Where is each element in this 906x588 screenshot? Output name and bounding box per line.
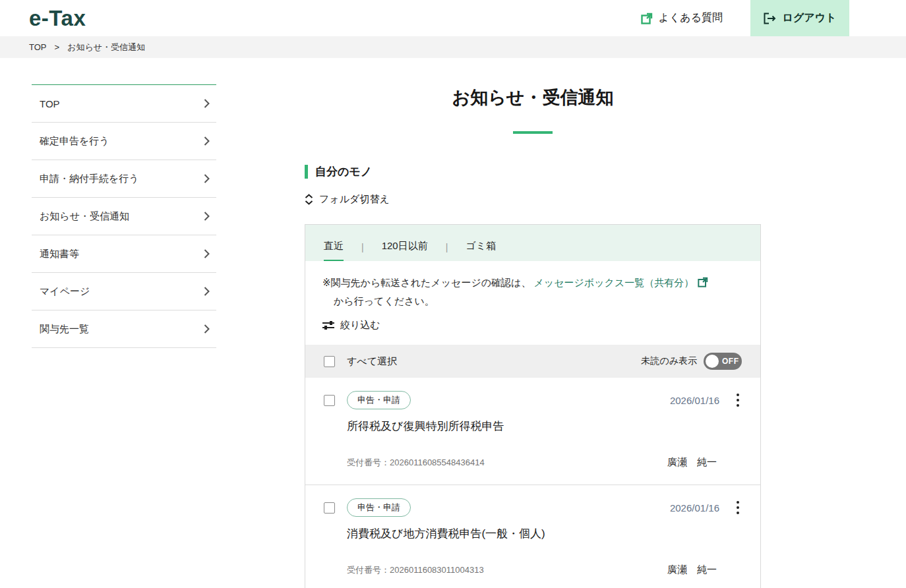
header-actions: よくある質問 ログアウト (641, 0, 906, 36)
message-checkbox[interactable] (324, 395, 335, 406)
note-suffix: から行ってください。 (322, 292, 743, 310)
sidebar-item-kanyosaki[interactable]: 関与先一覧 (32, 310, 216, 348)
logout-button[interactable]: ログアウト (750, 0, 849, 36)
kebab-menu-button[interactable] (734, 392, 742, 408)
sidebar-item-mypage[interactable]: マイページ (32, 273, 216, 310)
sidebar-item-label: TOP (40, 98, 60, 109)
folder-switch-label: フォルダ切替え (319, 193, 390, 206)
sidebar-item-label: 通知書等 (40, 248, 79, 260)
breadcrumb: TOP > お知らせ・受信通知 (0, 36, 906, 58)
sender-name: 廣瀬 純一 (667, 564, 717, 576)
message-checkbox[interactable] (324, 502, 335, 514)
toggle-state-label: OFF (722, 357, 739, 366)
sender-name: 廣瀬 純一 (667, 456, 717, 469)
chevron-right-icon (204, 136, 210, 146)
message-item: 申告・申請 2026/01/16 消費税及び地方消費税申告(一般・個人) 受付番… (305, 485, 760, 588)
breadcrumb-current: お知らせ・受信通知 (67, 42, 145, 53)
section-title: 自分のモノ (315, 164, 372, 179)
message-header-row: 申告・申請 2026/01/16 (324, 391, 742, 409)
page-title: お知らせ・受信通知 (305, 86, 761, 109)
select-all-label: すべて選択 (347, 355, 397, 368)
receipt-number: 受付番号：20260116083011004313 (347, 564, 484, 576)
breadcrumb-separator: > (55, 42, 60, 52)
swap-vertical-icon (305, 194, 313, 205)
select-all-checkbox[interactable] (324, 356, 335, 367)
sidebar-item-label: 確定申告を行う (40, 135, 109, 148)
receipt-number: 受付番号：20260116085548436414 (347, 457, 485, 469)
logout-label: ログアウト (783, 11, 837, 25)
sidebar-item-label: 関与先一覧 (40, 323, 89, 336)
tab-recent[interactable]: 直近 (324, 240, 344, 261)
faq-label: よくある質問 (659, 11, 723, 25)
chevron-right-icon (204, 287, 210, 296)
faq-link[interactable]: よくある質問 (641, 0, 723, 36)
note-prefix: ※関与先から転送されたメッセージの確認は、 (322, 277, 531, 288)
note-block: ※関与先から転送されたメッセージの確認は、メッセージボックス一覧（共有分） から… (305, 261, 760, 345)
note-line: ※関与先から転送されたメッセージの確認は、メッセージボックス一覧（共有分） (322, 274, 743, 292)
message-title[interactable]: 所得税及び復興特別所得税申告 (347, 419, 742, 434)
filter-label: 絞り込む (340, 319, 380, 332)
message-category-badge: 申告・申請 (347, 391, 411, 409)
message-date: 2026/01/16 (670, 502, 719, 514)
folder-switch-button[interactable]: フォルダ切替え (305, 193, 761, 206)
sidebar-item-top[interactable]: TOP (32, 85, 216, 123)
filter-button[interactable]: 絞り込む (322, 319, 743, 332)
tab-separator: | (361, 242, 364, 261)
sidebar-item-oshirase[interactable]: お知らせ・受信通知 (32, 198, 216, 235)
external-link-icon (641, 13, 653, 24)
message-item: 申告・申請 2026/01/16 所得税及び復興特別所得税申告 受付番号：202… (305, 378, 760, 485)
tab-trash[interactable]: ゴミ箱 (466, 240, 496, 261)
message-header-row: 申告・申請 2026/01/16 (324, 498, 742, 517)
tab-separator: | (446, 242, 448, 261)
unread-filter: 未読のみ表示 OFF (641, 353, 742, 370)
message-category-badge: 申告・申請 (347, 498, 411, 517)
title-accent-bar (513, 131, 553, 134)
page-content: TOP 確定申告を行う 申請・納付手続を行う お知らせ・受信通知 通知書等 マイ… (0, 58, 906, 588)
message-date: 2026/01/16 (670, 395, 719, 406)
sidebar-item-label: マイページ (40, 285, 90, 298)
message-box-shared-link[interactable]: メッセージボックス一覧（共有分） (533, 277, 694, 288)
sidebar-item-shinsei-nofu[interactable]: 申請・納付手続を行う (32, 160, 216, 198)
chevron-right-icon (204, 324, 210, 334)
sidebar-item-label: お知らせ・受信通知 (40, 210, 129, 223)
app-header: e-Tax よくある質問 ログアウト (0, 0, 906, 36)
sidebar-item-kakutei-shinkoku[interactable]: 確定申告を行う (32, 123, 216, 160)
message-meta-row: 受付番号：20260116083011004313 廣瀬 純一 (324, 564, 742, 576)
main-content: お知らせ・受信通知 自分のモノ フォルダ切替え 直近 | 120日以前 | ゴミ… (305, 58, 761, 588)
sidebar-item-tsuchisho[interactable]: 通知書等 (32, 235, 216, 273)
filter-sliders-icon (322, 320, 334, 330)
chevron-right-icon (204, 174, 210, 183)
breadcrumb-home[interactable]: TOP (29, 42, 47, 52)
message-meta-row: 受付番号：20260116085548436414 廣瀬 純一 (324, 456, 742, 469)
select-all-row: すべて選択 未読のみ表示 OFF (305, 345, 760, 378)
tab-bar: 直近 | 120日以前 | ゴミ箱 (305, 225, 760, 261)
unread-only-label: 未読のみ表示 (641, 355, 697, 367)
sidebar-item-label: 申請・納付手続を行う (40, 173, 139, 185)
sidebar-nav: TOP 確定申告を行う 申請・納付手続を行う お知らせ・受信通知 通知書等 マイ… (32, 84, 216, 348)
message-title[interactable]: 消費税及び地方消費税申告(一般・個人) (347, 526, 742, 541)
chevron-right-icon (204, 99, 210, 108)
tab-older-120days[interactable]: 120日以前 (382, 240, 428, 261)
logout-icon (764, 13, 776, 24)
external-link-icon (698, 277, 708, 287)
unread-only-toggle[interactable]: OFF (704, 353, 742, 370)
section-header: 自分のモノ (305, 164, 761, 179)
toggle-knob (706, 355, 719, 368)
kebab-menu-button[interactable] (734, 500, 742, 515)
chevron-right-icon (204, 212, 210, 221)
section-accent-bar (305, 165, 308, 179)
etax-logo: e-Tax (29, 6, 86, 31)
chevron-right-icon (204, 249, 210, 258)
message-panel: 直近 | 120日以前 | ゴミ箱 ※関与先から転送されたメッセージの確認は、メ… (305, 224, 761, 588)
